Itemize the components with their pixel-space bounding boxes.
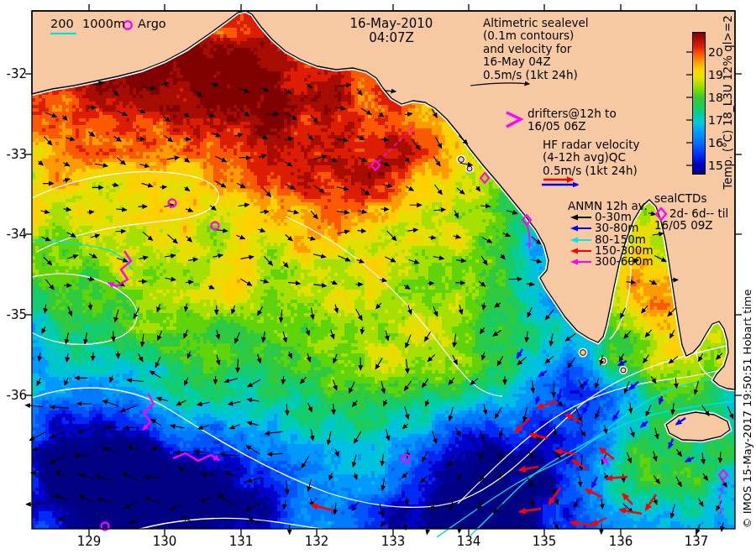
anmn-depth-label: 300-600m	[595, 255, 654, 268]
bathy-legend-1000m: 1000m	[82, 18, 125, 30]
x-tick-label: 130	[146, 534, 183, 549]
drifters-line2: 16/05 06Z	[528, 120, 617, 133]
bathy-legend-200: 200	[50, 18, 74, 30]
altimetric-line2: (0.1m contours)	[483, 29, 589, 42]
y-tick-label: -34	[2, 227, 27, 242]
sealctds-title: sealCTDs	[654, 192, 706, 205]
drifters-line1: drifters@12h to	[528, 107, 617, 120]
sst-map-figure: 20 19 18 17 16 15 Temp. (°C) 18_L3U 12% …	[0, 0, 756, 554]
altimetric-line1: Altimetric sealevel	[483, 17, 589, 29]
hf-radar-vectors	[312, 401, 656, 525]
altimetric-annotation: Altimetric sealevel (0.1m contours) and …	[483, 17, 589, 81]
argo-float-markers	[102, 200, 410, 530]
altimetric-line5: 0.5m/s (1kt 24h)	[483, 69, 589, 81]
x-tick-label: 133	[375, 534, 412, 549]
plot-title: 16-May-2010 04:07Z	[333, 17, 450, 45]
x-tick-label: 131	[223, 534, 260, 549]
x-tick-label: 136	[602, 534, 639, 549]
sealctds-until: 16/05 09Z	[654, 219, 713, 232]
x-tick-label: 137	[678, 534, 715, 549]
altimetric-line3: and velocity for	[483, 43, 589, 55]
title-time: 04:07Z	[333, 31, 450, 45]
y-tick-label: -33	[2, 147, 27, 162]
x-tick-label: 135	[526, 534, 563, 549]
temperature-colorbar	[692, 32, 706, 175]
title-date: 16-May-2010	[333, 17, 450, 31]
x-tick-label: 129	[71, 534, 108, 549]
x-tick-label: 132	[298, 534, 335, 549]
imos-credit: © IMOS 15-May-2017 19:50:51 Hobart time	[741, 290, 753, 529]
y-tick-label: -35	[2, 307, 27, 322]
altimetric-line4: 16-May 04Z	[483, 55, 589, 68]
hf-line1: HF radar velocity	[543, 138, 639, 151]
argo-legend-label: Argo	[138, 18, 166, 30]
x-tick-label: 134	[450, 534, 487, 549]
drifter-tracks	[108, 251, 608, 463]
drifters-annotation: drifters@12h to 16/05 06Z	[528, 107, 617, 133]
y-tick-label: -36	[2, 388, 27, 403]
hf-radar-annotation: HF radar velocity (4-12h avg)QC 0.5m/s (…	[543, 138, 639, 177]
map-overlay	[0, 0, 756, 554]
colorbar-label: Temp. (°C) 18_L3U 12% ql>=2	[721, 15, 734, 190]
hf-line2: (4-12h avg)QC	[543, 151, 639, 164]
y-tick-label: -32	[2, 66, 27, 81]
hf-line3: 0.5m/s (1kt 24h)	[543, 165, 639, 177]
